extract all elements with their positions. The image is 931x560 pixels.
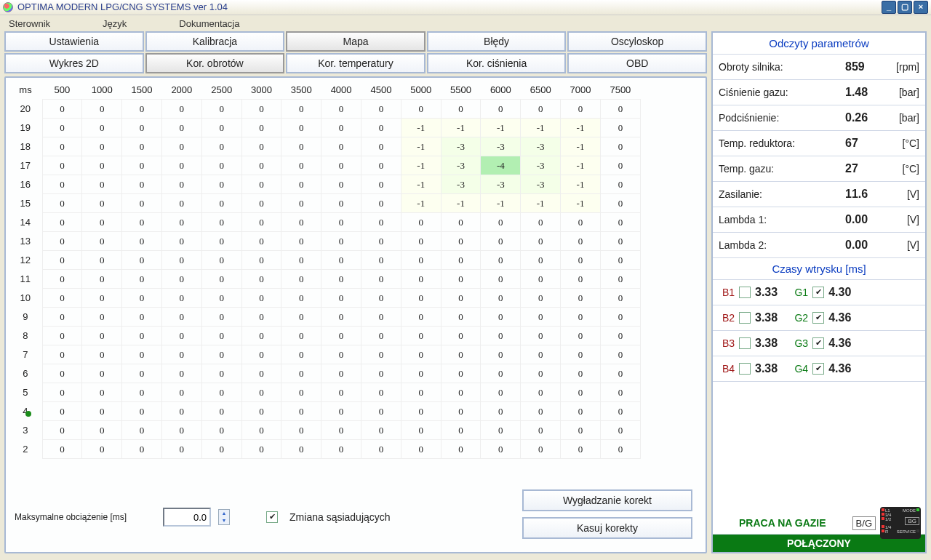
grid-cell[interactable]: 0: [321, 383, 361, 402]
grid-cell[interactable]: 0: [82, 289, 122, 308]
grid-cell[interactable]: 0: [441, 345, 481, 364]
grid-cell[interactable]: 0: [561, 232, 601, 251]
grid-cell[interactable]: 0: [241, 402, 281, 421]
grid-cell[interactable]: 0: [600, 119, 640, 137]
grid-cell[interactable]: 0: [401, 402, 441, 421]
grid-cell[interactable]: 0: [401, 251, 441, 270]
grid-cell[interactable]: 0: [82, 383, 122, 402]
grid-cell[interactable]: 0: [361, 345, 401, 364]
grid-cell[interactable]: 0: [281, 345, 321, 364]
grid-cell[interactable]: 0: [321, 213, 361, 232]
grid-cell[interactable]: 0: [481, 440, 521, 459]
grid-cell[interactable]: 0: [82, 213, 122, 232]
grid-cell[interactable]: 0: [42, 213, 82, 232]
grid-cell[interactable]: 0: [281, 308, 321, 327]
grid-cell[interactable]: 0: [321, 194, 361, 213]
tab-oscilloscope[interactable]: Oscyloskop: [567, 31, 707, 52]
grid-cell[interactable]: 0: [521, 232, 561, 251]
grid-cell[interactable]: 0: [481, 421, 521, 440]
grid-cell[interactable]: 0: [441, 383, 481, 402]
grid-cell[interactable]: 0: [521, 213, 561, 232]
grid-cell[interactable]: 0: [521, 100, 561, 119]
menu-language[interactable]: Język: [98, 18, 131, 29]
grid-cell[interactable]: 0: [481, 402, 521, 421]
grid-cell[interactable]: 0: [600, 137, 640, 156]
grid-cell[interactable]: -1: [401, 119, 441, 137]
grid-cell[interactable]: 0: [441, 270, 481, 289]
grid-cell[interactable]: 0: [161, 213, 201, 232]
grid-cell[interactable]: 0: [361, 194, 401, 213]
grid-cell[interactable]: 0: [82, 270, 122, 289]
grid-cell[interactable]: 0: [122, 137, 162, 156]
grid-cell[interactable]: 0: [42, 175, 82, 194]
grid-cell[interactable]: -1: [401, 137, 441, 156]
grid-cell[interactable]: 0: [441, 402, 481, 421]
grid-cell[interactable]: 0: [161, 156, 201, 175]
tab-calibration[interactable]: Kalibracja: [145, 31, 285, 52]
grid-cell[interactable]: -3: [521, 137, 561, 156]
grid-cell[interactable]: 0: [82, 345, 122, 364]
grid-cell[interactable]: -3: [441, 156, 481, 175]
grid-cell[interactable]: 0: [561, 289, 601, 308]
grid-cell[interactable]: 0: [361, 232, 401, 251]
grid-cell[interactable]: -1: [521, 119, 561, 137]
grid-cell[interactable]: 0: [441, 289, 481, 308]
grid-cell[interactable]: 0: [600, 289, 640, 308]
grid-cell[interactable]: 0: [521, 421, 561, 440]
grid-cell[interactable]: 0: [441, 327, 481, 345]
grid-cell[interactable]: 0: [361, 156, 401, 175]
grid-cell[interactable]: 0: [600, 345, 640, 364]
grid-cell[interactable]: 0: [600, 251, 640, 270]
grid-cell[interactable]: 0: [561, 213, 601, 232]
grid-cell[interactable]: 0: [321, 289, 361, 308]
grid-cell[interactable]: 0: [321, 402, 361, 421]
grid-cell[interactable]: -3: [441, 175, 481, 194]
grid-cell[interactable]: 0: [321, 137, 361, 156]
maximize-button[interactable]: ▢: [898, 1, 912, 14]
grid-cell[interactable]: 0: [481, 308, 521, 327]
grid-cell[interactable]: 0: [82, 100, 122, 119]
grid-cell[interactable]: 0: [281, 364, 321, 383]
minimize-button[interactable]: _: [882, 1, 896, 14]
grid-cell[interactable]: 0: [441, 421, 481, 440]
grid-cell[interactable]: -1: [561, 119, 601, 137]
grid-cell[interactable]: 0: [82, 156, 122, 175]
grid-cell[interactable]: 0: [521, 270, 561, 289]
grid-cell[interactable]: 0: [241, 213, 281, 232]
grid-cell[interactable]: 0: [42, 421, 82, 440]
grid-cell[interactable]: 0: [161, 383, 201, 402]
grid-cell[interactable]: 0: [241, 251, 281, 270]
grid-cell[interactable]: 0: [161, 402, 201, 421]
grid-cell[interactable]: 0: [600, 270, 640, 289]
grid-cell[interactable]: 0: [281, 251, 321, 270]
grid-cell[interactable]: 0: [201, 119, 241, 137]
grid-cell[interactable]: 0: [281, 402, 321, 421]
smooth-button[interactable]: Wygładzanie korekt: [522, 489, 692, 511]
grid-cell[interactable]: 0: [42, 232, 82, 251]
grid-cell[interactable]: 0: [281, 327, 321, 345]
grid-cell[interactable]: 0: [281, 440, 321, 459]
grid-cell[interactable]: 0: [401, 364, 441, 383]
grid-cell[interactable]: 0: [361, 119, 401, 137]
grid-cell[interactable]: 0: [122, 345, 162, 364]
grid-cell[interactable]: 0: [321, 270, 361, 289]
grid-cell[interactable]: 0: [281, 232, 321, 251]
subtab-wykres[interactable]: Wykres 2D: [4, 53, 144, 73]
grid-cell[interactable]: 0: [161, 345, 201, 364]
grid-cell[interactable]: 0: [42, 100, 82, 119]
grid-cell[interactable]: 0: [241, 156, 281, 175]
inj-g-checkbox[interactable]: ✔: [812, 287, 824, 298]
grid-cell[interactable]: 0: [42, 308, 82, 327]
grid-cell[interactable]: 0: [201, 289, 241, 308]
grid-cell[interactable]: 0: [521, 402, 561, 421]
grid-cell[interactable]: 0: [521, 289, 561, 308]
grid-cell[interactable]: 0: [481, 383, 521, 402]
grid-cell[interactable]: 0: [600, 402, 640, 421]
grid-cell[interactable]: -1: [441, 194, 481, 213]
grid-cell[interactable]: 0: [201, 137, 241, 156]
grid-cell[interactable]: 0: [42, 194, 82, 213]
grid-cell[interactable]: 0: [82, 137, 122, 156]
grid-cell[interactable]: 0: [441, 213, 481, 232]
grid-cell[interactable]: 0: [481, 270, 521, 289]
grid-cell[interactable]: 0: [561, 251, 601, 270]
